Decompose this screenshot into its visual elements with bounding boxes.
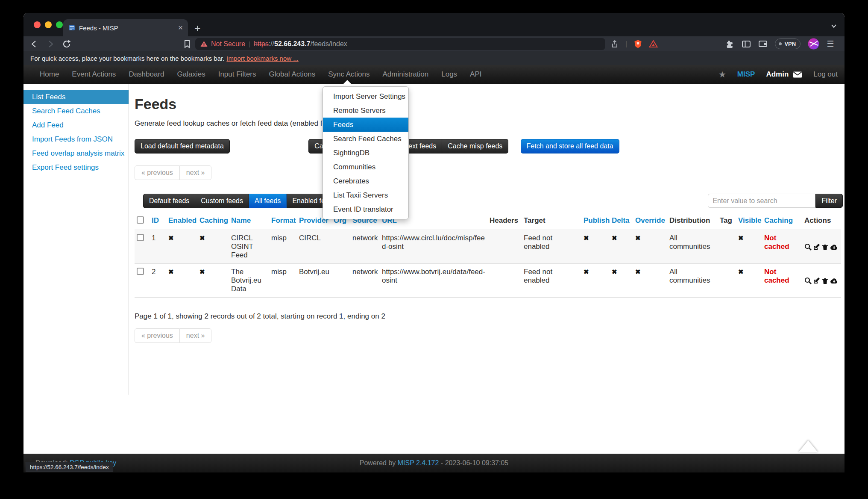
nav-logs[interactable]: Logs <box>441 70 457 79</box>
feed-org <box>333 230 352 263</box>
menu-item-search-feed-caches[interactable]: Search Feed Caches <box>323 132 408 146</box>
load-default-metadata-button[interactable]: Load default feed metadata <box>135 139 230 154</box>
brave-rewards-icon[interactable] <box>649 40 658 48</box>
column-header-caching2[interactable]: Caching <box>763 213 803 230</box>
sidebar-item-search-feed-caches[interactable]: Search Feed Caches <box>23 104 129 118</box>
scroll-to-top-button[interactable] <box>798 440 818 452</box>
close-window-button[interactable] <box>34 21 41 28</box>
column-header-enabled[interactable]: Enabled <box>167 213 199 230</box>
profile-avatar[interactable] <box>808 38 819 50</box>
column-header-headers: Headers <box>489 213 523 230</box>
share-icon[interactable] <box>610 40 619 48</box>
column-header-actions: Actions <box>803 213 841 230</box>
menu-item-communities[interactable]: Communities <box>323 160 408 174</box>
misp-brand-link[interactable]: MISP <box>737 70 755 79</box>
nav-administration[interactable]: Administration <box>383 70 429 79</box>
menu-item-event-id-translator[interactable]: Event ID translator <box>323 202 408 216</box>
menu-icon[interactable]: ☰ <box>827 39 834 49</box>
column-header-caching[interactable]: Caching <box>199 213 230 230</box>
menu-item-import-server-settings[interactable]: Import Server Settings <box>323 89 408 103</box>
cache-misp-feeds-button[interactable]: Cache misp feeds <box>442 139 508 154</box>
nav-username[interactable]: Admin <box>766 70 789 79</box>
nav-api[interactable]: API <box>470 70 481 79</box>
back-icon[interactable] <box>29 39 39 49</box>
menu-item-remote-servers[interactable]: Remote Servers <box>323 103 408 118</box>
column-header-override[interactable]: Override <box>634 213 669 230</box>
tab-search-chevron-icon[interactable] <box>830 23 838 29</box>
page-title: Feeds <box>135 96 843 112</box>
menu-item-sightingdb[interactable]: SightingDB <box>323 146 408 160</box>
search-input[interactable] <box>708 194 815 208</box>
cloud-download-icon[interactable] <box>830 277 838 284</box>
previous-page-button[interactable]: « previous <box>135 165 180 180</box>
cross-icon: ✖ <box>635 268 641 275</box>
address-bar[interactable]: Not Secure | https://52.66.243.7/feeds/i… <box>195 38 605 50</box>
browser-tab[interactable]: Feeds - MISP × <box>63 19 188 36</box>
new-tab-button[interactable]: + <box>194 22 201 35</box>
select-all-checkbox[interactable] <box>137 216 144 224</box>
misp-version-link[interactable]: MISP 2.4.172 <box>398 459 439 467</box>
sidebar-item-feed-overlap-matrix[interactable]: Feed overlap analysis matrix <box>23 146 129 160</box>
reload-icon[interactable] <box>62 39 71 49</box>
column-header-visible[interactable]: Visible <box>737 213 763 230</box>
brave-shields-icon[interactable] <box>633 39 642 48</box>
previous-page-button[interactable]: « previous <box>135 328 180 343</box>
menu-item-cerebrates[interactable]: Cerebrates <box>323 174 408 188</box>
nav-dashboard[interactable]: Dashboard <box>129 70 164 79</box>
nav-galaxies[interactable]: Galaxies <box>177 70 205 79</box>
nav-event-actions[interactable]: Event Actions <box>72 70 116 79</box>
cross-icon: ✖ <box>199 234 205 242</box>
nav-global-actions[interactable]: Global Actions <box>269 70 316 79</box>
extensions-puzzle-icon[interactable] <box>725 39 734 48</box>
tab-custom-feeds[interactable]: Custom feeds <box>195 194 249 208</box>
sidebar-item-list-feeds[interactable]: List Feeds <box>23 90 129 104</box>
tab-close-icon[interactable]: × <box>178 24 183 31</box>
feed-provider: CIRCL <box>298 230 333 263</box>
sidebar-toggle-icon[interactable] <box>742 40 751 48</box>
cross-icon: ✖ <box>584 234 589 242</box>
nav-input-filters[interactable]: Input Filters <box>218 70 256 79</box>
column-header-format[interactable]: Format <box>270 213 298 230</box>
link-status-bubble: https://52.66.243.7/feeds/index <box>26 462 113 472</box>
favorites-star-icon[interactable]: ★ <box>718 69 726 80</box>
sidebar-item-import-feeds-json[interactable]: Import Feeds from JSON <box>23 132 129 146</box>
bookmark-icon[interactable] <box>183 40 191 48</box>
fetch-store-all-button[interactable]: Fetch and store all feed data <box>521 139 619 154</box>
delete-icon[interactable] <box>821 277 829 284</box>
nav-sync-actions[interactable]: Sync Actions <box>328 70 369 79</box>
column-header-name[interactable]: Name <box>230 213 270 230</box>
nav-home[interactable]: Home <box>40 70 59 79</box>
column-header-id[interactable]: ID <box>151 213 167 230</box>
filter-button[interactable]: Filter <box>815 194 843 208</box>
import-bookmarks-link[interactable]: Import bookmarks now ... <box>226 55 298 62</box>
menu-item-feeds[interactable]: Feeds <box>323 118 408 132</box>
tab-all-feeds[interactable]: All feeds <box>249 194 287 208</box>
row-checkbox[interactable] <box>137 234 144 241</box>
edit-icon[interactable] <box>813 243 820 251</box>
cloud-download-icon[interactable] <box>830 243 838 251</box>
maximize-window-button[interactable] <box>56 21 63 28</box>
minimize-window-button[interactable] <box>45 21 52 28</box>
column-header-delta[interactable]: Delta <box>611 213 634 230</box>
feed-target: Feed not enabled <box>523 230 583 263</box>
envelope-icon[interactable] <box>793 71 802 78</box>
column-header-publish[interactable]: Publish <box>583 213 611 230</box>
view-icon[interactable] <box>804 277 812 284</box>
sidebar-item-export-feed-settings[interactable]: Export Feed settings <box>23 160 129 174</box>
feed-format: misp <box>270 230 298 263</box>
tab-default-feeds[interactable]: Default feeds <box>143 194 195 208</box>
forward-icon[interactable] <box>46 39 55 49</box>
column-header-tag: Tag <box>719 213 737 230</box>
next-page-button[interactable]: next » <box>180 165 212 180</box>
row-checkbox[interactable] <box>137 268 144 275</box>
edit-icon[interactable] <box>813 277 820 284</box>
menu-item-list-taxii-servers[interactable]: List Taxii Servers <box>323 188 408 202</box>
next-page-button[interactable]: next » <box>180 328 212 343</box>
delete-icon[interactable] <box>821 243 829 251</box>
url-host: 52.66.243.7 <box>274 40 311 47</box>
logout-link[interactable]: Log out <box>813 70 838 79</box>
view-icon[interactable] <box>804 243 812 251</box>
vpn-button[interactable]: VPN <box>775 38 801 49</box>
wallet-icon[interactable] <box>758 40 768 48</box>
sidebar-item-add-feed[interactable]: Add Feed <box>23 118 129 132</box>
